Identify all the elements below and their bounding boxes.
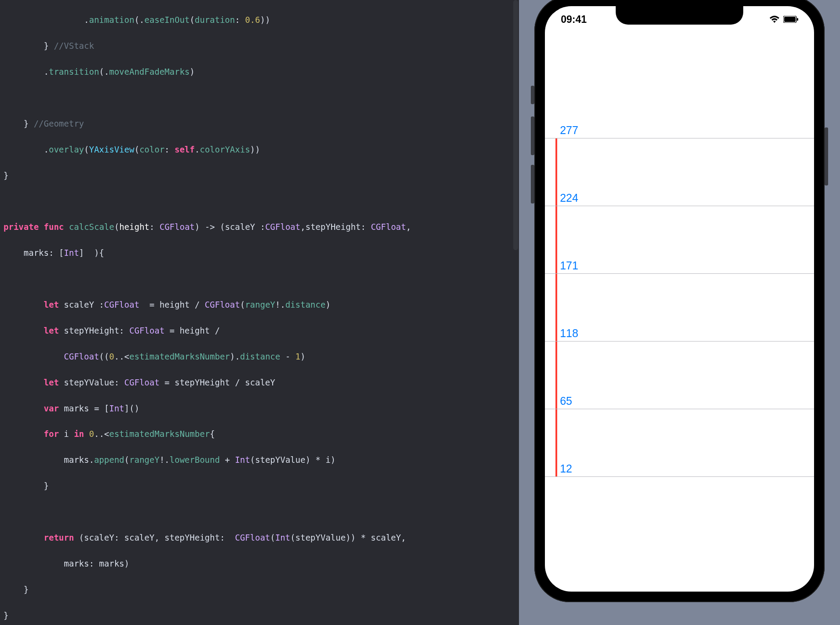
volume-down-button	[531, 165, 534, 203]
gridline	[545, 273, 814, 274]
code-line[interactable]: private func calcScale(height: CGFloat) …	[4, 221, 519, 233]
gridline	[545, 409, 814, 409]
code-line[interactable]: }	[4, 583, 519, 596]
code-line[interactable]: let stepYHeight: CGFloat = height /	[4, 324, 519, 337]
code-line[interactable]: for i in 0..<estimatedMarksNumber{	[4, 428, 519, 440]
wifi-icon	[769, 15, 780, 23]
y-mark-label: 171	[560, 259, 578, 273]
code-line[interactable]	[4, 273, 519, 285]
code-line[interactable]: let scaleY :CGFloat = height / CGFloat(r…	[4, 298, 519, 311]
svg-rect-2	[797, 18, 798, 21]
y-ticker-view: 2772241711186512	[545, 138, 814, 476]
code-editor[interactable]: .animation(.easeInOut(duration: 0.6)) } …	[0, 0, 519, 625]
code-line[interactable]: .overlay(YAxisView(color: self.colorYAxi…	[4, 143, 519, 156]
y-axis-line	[555, 138, 557, 476]
svg-rect-1	[784, 17, 796, 22]
gridline	[545, 206, 814, 206]
code-line[interactable]	[4, 505, 519, 518]
y-mark-label: 118	[560, 327, 578, 341]
code-line[interactable]: }	[4, 480, 519, 492]
gridline	[545, 341, 814, 342]
editor-scrollbar[interactable]	[512, 0, 519, 625]
y-mark-label: 277	[560, 124, 578, 138]
code-line[interactable]: }	[4, 169, 519, 182]
preview-pane: 09:41 2772241711186512	[519, 0, 840, 625]
volume-up-button	[531, 116, 534, 155]
code-line[interactable]: marks.append(rangeY!.lowerBound + Int(st…	[4, 454, 519, 466]
y-mark-label: 12	[560, 462, 572, 476]
code-line[interactable]: }	[4, 609, 519, 622]
code-line[interactable]: var marks = [Int]()	[4, 402, 519, 415]
status-time: 09:41	[561, 14, 587, 25]
battery-icon	[783, 16, 798, 23]
code-line[interactable]: CGFloat((0..<estimatedMarksNumber).dista…	[4, 350, 519, 363]
code-line[interactable]: marks: marks)	[4, 557, 519, 570]
scrollbar-thumb[interactable]	[513, 0, 518, 250]
code-line[interactable]: .animation(.easeInOut(duration: 0.6))	[4, 14, 519, 26]
notch	[616, 6, 743, 25]
code-line[interactable]: return (scaleY: scaleY, stepYHeight: CGF…	[4, 531, 519, 544]
code-line[interactable]	[4, 91, 519, 104]
code-line[interactable]	[4, 195, 519, 208]
iphone-frame: 09:41 2772241711186512	[534, 0, 825, 602]
gridline	[545, 476, 814, 477]
iphone-screen[interactable]: 09:41 2772241711186512	[545, 6, 814, 592]
gridline	[545, 138, 814, 138]
power-button	[825, 127, 828, 185]
y-mark-label: 65	[560, 395, 572, 409]
code-line[interactable]: marks: [Int] ){	[4, 247, 519, 259]
code-line[interactable]: .transition(.moveAndFadeMarks)	[4, 65, 519, 78]
code-line[interactable]: } //Geometry	[4, 117, 519, 130]
code-line[interactable]: let stepYValue: CGFloat = stepYHeight / …	[4, 376, 519, 389]
code-line[interactable]: } //VStack	[4, 40, 519, 52]
silence-switch	[531, 86, 534, 104]
y-mark-label: 224	[560, 192, 578, 206]
